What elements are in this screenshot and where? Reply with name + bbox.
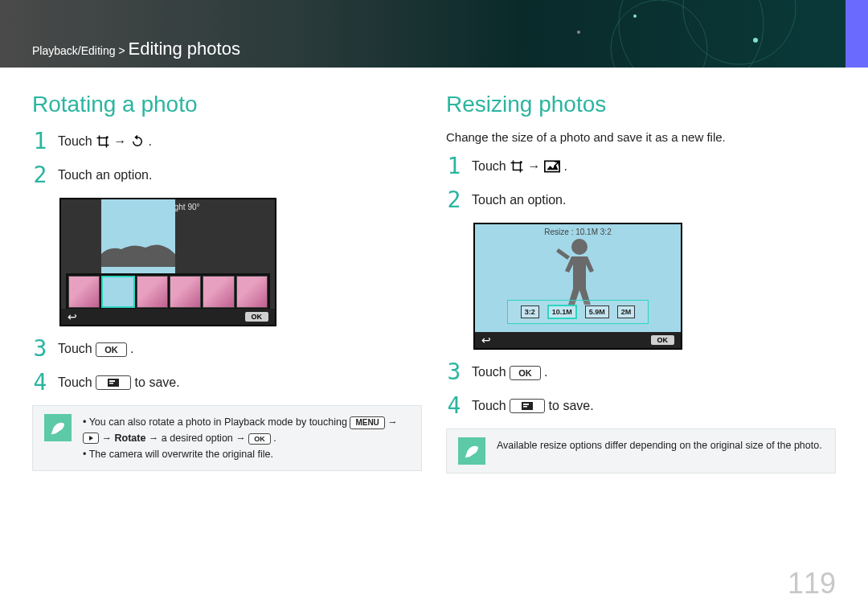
ok-key-small: OK [248, 433, 271, 445]
resize-options: 3:2 10.1M 5.9M 2M [507, 300, 649, 324]
rotate-note: You can also rotate a photo in Playback … [32, 405, 422, 471]
page-number: 119 [788, 567, 836, 601]
crop-icon [510, 159, 524, 174]
svg-point-11 [521, 162, 522, 163]
resize-note-text: Available resize options differ dependin… [497, 437, 822, 453]
pen-icon [44, 414, 72, 441]
svg-point-0 [619, 0, 764, 68]
note-line-1: You can also rotate a photo in Playback … [83, 414, 410, 446]
svg-rect-15 [523, 406, 527, 408]
playback-key [83, 433, 99, 444]
island-silhouette [101, 238, 175, 267]
left-step-1: 1 Touch → . [32, 130, 422, 153]
save-key [510, 399, 545, 413]
back-icon: ↩ [481, 334, 491, 346]
right-step-1: 1 Touch → [446, 155, 836, 178]
resize-opt: 5.9M [585, 305, 609, 318]
ok-key: OK [510, 366, 541, 380]
step-number: 1 [446, 155, 462, 178]
resize-opt-selected: 10.1M [547, 305, 577, 319]
thumb-selected [101, 276, 134, 308]
left-column: Rotating a photo 1 Touch → [32, 92, 422, 474]
svg-point-3 [753, 38, 758, 43]
resize-note: Available resize options differ dependin… [446, 428, 836, 474]
heading-rotating: Rotating a photo [32, 92, 422, 117]
step-number: 2 [446, 189, 462, 211]
svg-point-5 [577, 31, 580, 34]
breadcrumb-path: Playback/Editing > [32, 44, 125, 57]
crop-icon [96, 134, 110, 149]
menu-key: MENU [350, 416, 384, 429]
breadcrumb: Playback/Editing > Editing photos [32, 39, 240, 59]
step-number: 4 [446, 395, 462, 417]
left-step-2: 2 Touch an option. [32, 164, 422, 187]
header-banner: Playback/Editing > Editing photos [0, 0, 868, 68]
svg-point-6 [107, 137, 108, 138]
resize-toolbar: ↩ OK [475, 332, 681, 348]
svg-point-4 [633, 14, 637, 18]
back-icon: ↩ [68, 310, 77, 323]
save-key [96, 375, 131, 390]
step-number: 3 [446, 361, 462, 383]
left-step-4: 4 Touch to save. [32, 371, 422, 394]
resize-opt: 2M [617, 305, 636, 318]
svg-point-2 [611, 0, 707, 68]
thumb [68, 276, 100, 308]
page-title: Editing photos [128, 39, 240, 59]
resize-icon [544, 160, 560, 173]
filmstrip [66, 273, 270, 310]
heading-resizing: Resizing photos [446, 92, 836, 117]
step-number: 3 [32, 338, 48, 360]
ok-key: OK [96, 342, 127, 357]
side-tab [845, 0, 868, 68]
pen-icon [458, 437, 485, 465]
thumb [137, 276, 168, 308]
svg-point-1 [683, 0, 796, 64]
svg-rect-8 [109, 380, 115, 382]
svg-rect-14 [523, 404, 529, 405]
svg-rect-9 [109, 383, 113, 384]
step-number: 1 [32, 130, 48, 153]
ok-button: OK [245, 312, 269, 322]
resize-opt: 3:2 [521, 305, 539, 318]
banner-decoration [530, 0, 820, 68]
right-step-2: 2 Touch an option. [446, 189, 836, 211]
right-step-3: 3 Touch OK . [446, 361, 836, 383]
step-number: 4 [32, 371, 48, 394]
thumb [236, 276, 268, 308]
right-step-4: 4 Touch to save. [446, 395, 836, 417]
rotate-toolbar: ↩ OK [61, 309, 275, 325]
note-line-2: The camera will overwrite the original f… [83, 446, 410, 462]
rotate-screenshot: Rotate : Right 90° ↩ OK [59, 198, 276, 326]
resize-screenshot: Resize : 10.1M 3:2 3:2 10.1M 5.9M 2M ↩ O… [473, 223, 682, 350]
resize-intro: Change the size of a photo and save it a… [446, 130, 836, 144]
thumb [170, 276, 201, 308]
left-step-3: 3 Touch OK . [32, 338, 422, 360]
resize-label: Resize : 10.1M 3:2 [475, 228, 681, 236]
ok-button: OK [651, 335, 675, 345]
thumb [203, 276, 234, 308]
step-number: 2 [32, 164, 48, 187]
right-column: Resizing photos Change the size of a pho… [446, 92, 836, 474]
rotate-icon [130, 134, 145, 149]
svg-marker-10 [89, 436, 93, 441]
